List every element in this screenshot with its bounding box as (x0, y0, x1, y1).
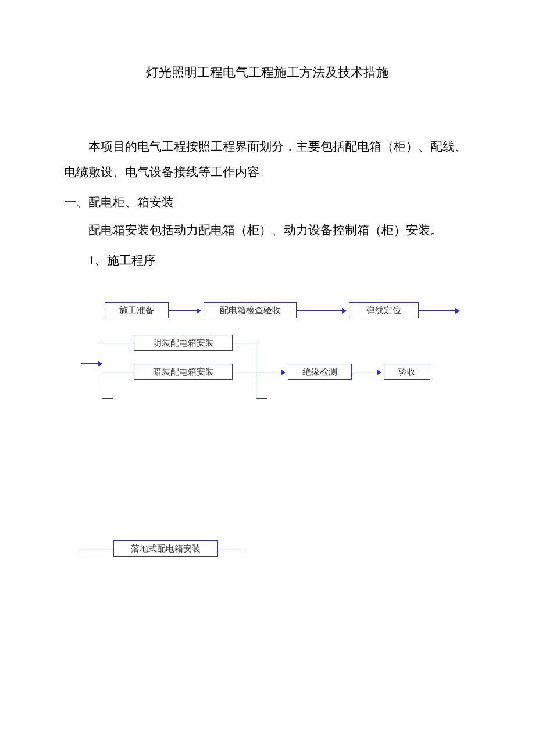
section-body-1: 配电箱安装包括动力配电箱（柜）、动力设备控制箱（柜）安装。 (64, 217, 471, 243)
document-page: 灯光照明工程电气工程施工方法及技术措施 本项目的电气工程按照工程界面划分，主要包… (0, 0, 535, 604)
flowchart-main: 施工准备 配电箱检查验收 弹线定位 明装配电箱安装 暗装配电箱安装 绝缘检测 验… (93, 302, 488, 488)
flow-box-insulation: 绝缘检测 (288, 364, 352, 380)
flow-line (102, 398, 113, 399)
flow-box-inspect: 配电箱检查验收 (204, 302, 297, 318)
flow-line (256, 398, 268, 399)
flow-line (218, 549, 244, 549)
arrow-icon (419, 310, 459, 311)
item-1-label: 1、施工程序 (64, 248, 471, 273)
flow-line (256, 343, 256, 398)
flow-line (233, 372, 256, 372)
flow-box-accept: 验收 (384, 364, 430, 380)
page-title: 灯光照明工程电气工程施工方法及技术措施 (64, 64, 471, 81)
flow-box-concealed-install: 暗装配电箱安装 (134, 364, 233, 380)
flow-line (102, 343, 102, 398)
flowchart-detached: 落地式配电箱安装 (93, 540, 268, 569)
flow-line (81, 549, 113, 549)
flow-line (102, 372, 134, 372)
arrow-icon (169, 310, 201, 311)
arrow-icon (297, 310, 346, 311)
arrow-icon (81, 363, 102, 364)
flow-box-surface-install: 明装配电箱安装 (134, 335, 233, 351)
flow-box-position: 弹线定位 (349, 302, 419, 318)
intro-paragraph: 本项目的电气工程按照工程界面划分，主要包括配电箱（柜）、配线、电缆敷设、电气设备… (64, 134, 471, 185)
flow-box-floor-install: 落地式配电箱安装 (113, 540, 218, 557)
flow-line (233, 343, 256, 343)
flow-box-prep: 施工准备 (105, 302, 169, 318)
arrow-icon (352, 372, 381, 372)
arrow-icon (256, 372, 285, 372)
flow-line (102, 343, 134, 343)
section-heading-1: 一、配电柜、箱安装 (64, 189, 471, 215)
